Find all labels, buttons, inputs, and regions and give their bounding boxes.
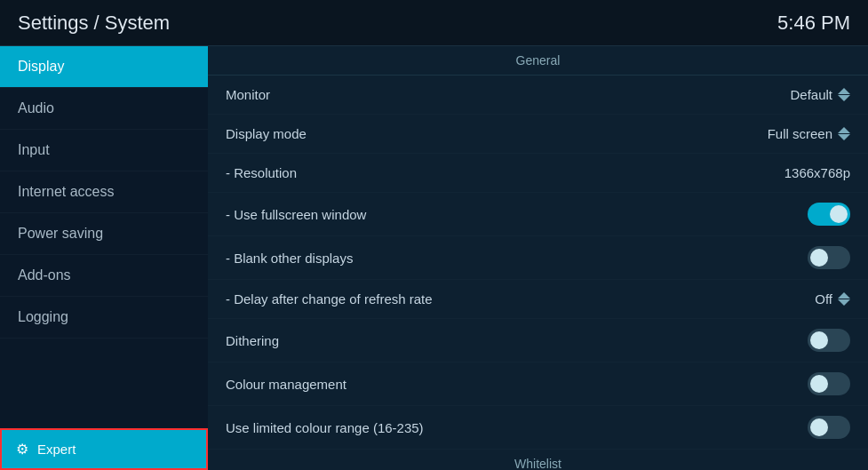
delay-refresh-value[interactable]: Off <box>815 291 850 307</box>
limited-colour-range-label: Use limited colour range (16-235) <box>226 420 424 435</box>
fullscreen-window-toggle[interactable] <box>808 203 850 226</box>
settings-row-display-mode[interactable]: Display mode Full screen <box>208 115 868 154</box>
blank-displays-label: - Blank other displays <box>226 251 353 266</box>
sidebar: Display Audio Input Internet access Powe… <box>0 46 208 470</box>
sidebar-item-input[interactable]: Input <box>0 130 208 171</box>
dithering-label: Dithering <box>226 333 279 348</box>
toggle-knob <box>810 375 828 393</box>
toggle-knob <box>810 331 828 349</box>
sidebar-item-add-ons[interactable]: Add-ons <box>0 255 208 297</box>
colour-management-toggle[interactable] <box>808 372 850 395</box>
display-mode-label: Display mode <box>226 126 307 141</box>
settings-row-resolution: - Resolution 1366x768p <box>208 154 868 193</box>
dithering-toggle[interactable] <box>808 329 850 352</box>
fullscreen-window-label: - Use fullscreen window <box>226 207 366 222</box>
gear-icon: ⚙ <box>16 441 28 458</box>
blank-displays-toggle[interactable] <box>808 246 850 269</box>
sidebar-item-audio[interactable]: Audio <box>0 88 208 130</box>
section-header-whitelist: Whitelist <box>208 450 868 470</box>
toggle-knob <box>810 249 828 267</box>
settings-row-limited-colour-range[interactable]: Use limited colour range (16-235) <box>208 406 868 450</box>
sidebar-item-power-saving[interactable]: Power saving <box>0 213 208 255</box>
monitor-value[interactable]: Default <box>790 87 850 102</box>
expert-label: Expert <box>37 442 76 457</box>
resolution-label: - Resolution <box>226 165 297 180</box>
monitor-arrows[interactable] <box>838 88 850 101</box>
monitor-label: Monitor <box>226 87 270 102</box>
settings-row-monitor[interactable]: Monitor Default <box>208 76 868 115</box>
resolution-value-text: 1366x768p <box>784 165 850 180</box>
sidebar-item-logging[interactable]: Logging <box>0 297 208 339</box>
monitor-value-text: Default <box>790 87 832 102</box>
arrow-down-icon[interactable] <box>838 95 850 101</box>
settings-row-colour-management[interactable]: Colour management <box>208 362 868 406</box>
settings-row-delay-refresh[interactable]: - Delay after change of refresh rate Off <box>208 280 868 319</box>
sidebar-spacer <box>0 339 208 428</box>
display-mode-value[interactable]: Full screen <box>768 126 850 141</box>
display-mode-value-text: Full screen <box>768 126 832 141</box>
expert-button[interactable]: ⚙ Expert <box>0 428 208 470</box>
arrow-up-icon[interactable] <box>838 292 850 299</box>
colour-management-label: Colour management <box>226 377 346 392</box>
clock: 5:46 PM <box>777 12 850 35</box>
delay-refresh-value-text: Off <box>815 291 832 307</box>
section-header-general: General <box>208 46 868 76</box>
app-header: Settings / System 5:46 PM <box>0 0 868 46</box>
delay-refresh-label: - Delay after change of refresh rate <box>226 291 433 307</box>
settings-row-blank-displays[interactable]: - Blank other displays <box>208 236 868 280</box>
arrow-up-icon[interactable] <box>838 88 850 94</box>
settings-row-fullscreen-window[interactable]: - Use fullscreen window <box>208 193 868 236</box>
settings-content: General Monitor Default Display mode Ful… <box>208 46 868 470</box>
main-layout: Display Audio Input Internet access Powe… <box>0 46 868 470</box>
limited-colour-range-toggle[interactable] <box>808 416 850 439</box>
toggle-knob <box>830 205 848 223</box>
delay-refresh-arrows[interactable] <box>838 292 850 306</box>
sidebar-item-internet-access[interactable]: Internet access <box>0 171 208 213</box>
page-title: Settings / System <box>18 12 170 35</box>
arrow-up-icon[interactable] <box>838 127 850 133</box>
resolution-value: 1366x768p <box>784 165 850 180</box>
arrow-down-icon[interactable] <box>838 134 850 140</box>
display-mode-arrows[interactable] <box>838 127 850 140</box>
sidebar-item-display[interactable]: Display <box>0 46 208 88</box>
arrow-down-icon[interactable] <box>838 299 850 306</box>
toggle-knob <box>810 418 828 436</box>
settings-row-dithering[interactable]: Dithering <box>208 319 868 362</box>
